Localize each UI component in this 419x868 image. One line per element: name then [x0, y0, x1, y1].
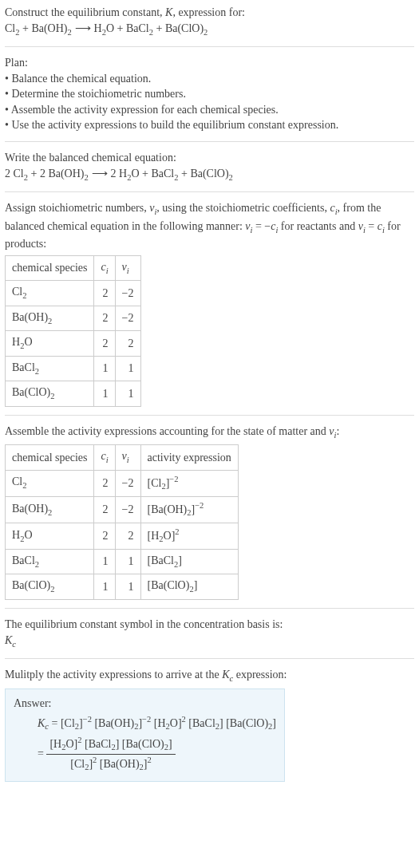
plan-bullet: • Determine the stoichiometric numbers.: [5, 86, 414, 102]
intro-section: Construct the equilibrium constant, K, e…: [5, 5, 414, 38]
table-row: BaCl211: [6, 356, 141, 381]
table-row: H2O22: [6, 331, 141, 356]
divider: [5, 415, 414, 416]
balanced-heading: Write the balanced chemical equation:: [5, 150, 414, 166]
col-ci: ci: [94, 255, 115, 280]
divider: [5, 191, 414, 192]
plan-bullet: • Balance the chemical equation.: [5, 71, 414, 87]
table-header-row: chemical species ci νi: [6, 255, 141, 280]
divider: [5, 658, 414, 659]
answer-equation-line1: Kc = [Cl2]−2 [Ba(OH)2]−2 [H2O]2 [BaCl2] …: [38, 714, 276, 733]
answer-label: Answer:: [14, 696, 276, 712]
table-row: Ba(OH)22−2[Ba(OH)2]−2: [6, 496, 239, 523]
col-nui: νi: [115, 255, 140, 280]
col-species: chemical species: [6, 255, 94, 280]
assign-section: Assign stoichiometric numbers, νi, using…: [5, 200, 414, 252]
table-row: Ba(OH)22−2: [6, 306, 141, 330]
table-row: Ba(ClO)211[Ba(ClO)2]: [6, 574, 239, 599]
intro-equation: Cl2 + Ba(OH)2 ⟶ H2O + BaCl2 + Ba(ClO)2: [5, 21, 414, 38]
table-row: Ba(ClO)211: [6, 381, 141, 406]
fraction: [H2O]2 [BaCl2] [Ba(ClO)2] [Cl2]2 [Ba(OH)…: [46, 735, 175, 774]
intro-line1: Construct the equilibrium constant, K, e…: [5, 5, 414, 21]
table-row: BaCl211[BaCl2]: [6, 549, 239, 574]
divider: [5, 141, 414, 142]
symbol-section: The equilibrium constant symbol in the c…: [5, 617, 414, 650]
fraction-denominator: [Cl2]2 [Ba(OH)2]2: [46, 755, 175, 774]
table-row: Cl22−2: [6, 281, 141, 306]
fraction-numerator: [H2O]2 [BaCl2] [Ba(ClO)2]: [46, 735, 175, 755]
multiply-section: Mulitply the activity expressions to arr…: [5, 667, 414, 685]
balanced-equation: 2 Cl2 + 2 Ba(OH)2 ⟶ 2 H2O + BaCl2 + Ba(C…: [5, 166, 414, 183]
table-header-row: chemical species ci νi activity expressi…: [6, 445, 239, 470]
table-row: Cl22−2[Cl2]−2: [6, 470, 239, 496]
plan-heading: Plan:: [5, 55, 414, 71]
activity-table: chemical species ci νi activity expressi…: [5, 444, 239, 600]
plan-bullet: • Use the activity expressions to build …: [5, 117, 414, 133]
answer-equation-line2: = [H2O]2 [BaCl2] [Ba(ClO)2] [Cl2]2 [Ba(O…: [38, 735, 276, 774]
divider: [5, 608, 414, 609]
answer-box: Answer: Kc = [Cl2]−2 [Ba(OH)2]−2 [H2O]2 …: [5, 688, 285, 782]
assemble-section: Assemble the activity expressions accoun…: [5, 424, 414, 441]
balanced-section: Write the balanced chemical equation: 2 …: [5, 150, 414, 183]
stoichiometry-table: chemical species ci νi Cl22−2 Ba(OH)22−2…: [5, 255, 141, 407]
divider: [5, 46, 414, 47]
plan-section: Plan: • Balance the chemical equation. •…: [5, 55, 414, 133]
plan-bullet: • Assemble the activity expression for e…: [5, 102, 414, 118]
table-row: H2O22[H2O]2: [6, 523, 239, 549]
